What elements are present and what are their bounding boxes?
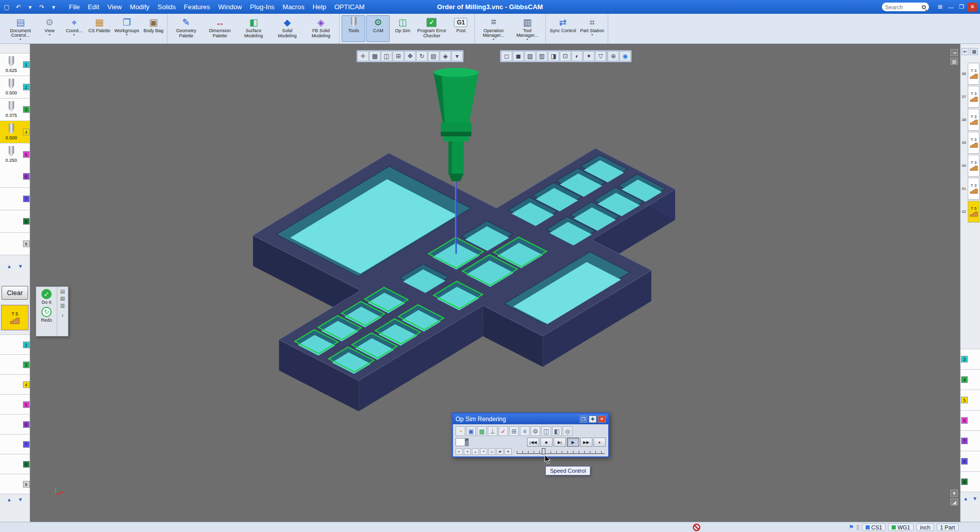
menu-opticam[interactable]: OPTICAM [330, 1, 369, 13]
op-slot-6[interactable]: 6 [961, 410, 980, 431]
redo-icon[interactable]: ↷ [37, 2, 47, 12]
tool-slot-9[interactable]: 9 [0, 233, 30, 255]
wireframe-icon[interactable]: ◻ [501, 51, 512, 61]
ribbon-geometry-palette[interactable]: ✎Geometry Palette [170, 15, 202, 42]
sim-report-icon[interactable]: ≡ [520, 426, 530, 436]
rotate-view-icon[interactable]: ↻ [416, 51, 427, 61]
ribbon-tools[interactable]: Tools [342, 15, 365, 42]
tool-slot-5[interactable]: 0.2505 [0, 143, 30, 166]
menu-file[interactable]: File [65, 1, 84, 13]
ops-grid-icon[interactable]: ▦ [970, 48, 978, 55]
tool-slot-3[interactable]: 0.3753 [0, 99, 30, 121]
shaded-view-icon[interactable]: ◈ [440, 51, 451, 61]
ribbon-body-bag[interactable]: ▣Body Bag [141, 15, 165, 42]
tool-slot-1[interactable]: 0.6251 [0, 54, 30, 76]
menu-modify[interactable]: Modify [126, 1, 153, 13]
close-button[interactable]: ✕ [968, 3, 977, 12]
menu-view[interactable]: View [103, 1, 126, 13]
ops-scroll-down-button[interactable]: ▼ [972, 496, 977, 501]
view-list-icon[interactable]: ▤ [428, 51, 439, 61]
menu-plugins[interactable]: Plug-Ins [246, 1, 279, 13]
redo-menu-icon[interactable]: ▾ [49, 2, 59, 12]
operation-tile[interactable]: T 3 [968, 155, 979, 177]
search-box[interactable] [882, 3, 929, 11]
resize-corner-icon[interactable]: ◢ [950, 498, 958, 505]
tool-slot-7[interactable]: 7 [0, 188, 30, 210]
op-slot-2[interactable]: 2 [0, 335, 30, 355]
sim-compare-icon[interactable]: ◎ [563, 426, 572, 436]
ribbon-coord[interactable]: ⌖Coord...▾ [62, 15, 86, 42]
operation-tile[interactable]: T 3 [968, 109, 979, 131]
app-icon[interactable]: ▢ [2, 2, 12, 12]
ribbon-post[interactable]: G1Post [449, 15, 472, 42]
undo-icon[interactable]: ↶ [13, 2, 23, 12]
restore-window-icon[interactable]: ❐ [580, 416, 587, 423]
ops-collapse-icon[interactable]: ⇤ [962, 48, 969, 55]
solid-render-icon[interactable]: ◼ [513, 51, 524, 61]
ribbon-workgroups[interactable]: ❐Workgroups▾ [113, 15, 140, 42]
translucent-icon[interactable]: ▥ [536, 51, 547, 61]
op-slot-9[interactable]: 9 [0, 474, 30, 494]
op-slot-9[interactable]: 9 [961, 472, 980, 492]
wg-indicator[interactable]: WG1 [888, 523, 914, 531]
half-shade-icon[interactable]: ◨ [548, 51, 559, 61]
copy-op-icon[interactable]: ▤ [60, 288, 65, 294]
sim-fixture-icon[interactable]: ⊞ [509, 426, 519, 436]
front-view-icon[interactable]: ⊞ [393, 51, 404, 61]
speed-slider[interactable] [517, 448, 606, 455]
layout-button[interactable]: ⊞ [936, 3, 945, 12]
operation-38[interactable]: 38T 3 [961, 108, 980, 131]
ribbon-sync-control[interactable]: ⇄Sync Control [548, 15, 578, 42]
dock-right-icon[interactable]: ⇥ [950, 49, 958, 56]
operation-42[interactable]: 42T 5 [961, 200, 980, 223]
op-slot-5[interactable]: 5 [961, 390, 980, 410]
iso-view-icon[interactable]: ◫ [381, 51, 392, 61]
operation-tile[interactable]: T 3 [968, 86, 979, 108]
menu-edit[interactable]: Edit [84, 1, 103, 13]
render-toolpath-icon[interactable]: ◐ [456, 448, 463, 455]
operation-tile[interactable]: T 3 [968, 178, 979, 200]
part-count-indicator[interactable]: 1 Part [937, 523, 959, 531]
undo-menu-icon[interactable]: ▾ [25, 2, 35, 12]
ribbon-view[interactable]: ⚙View▾ [38, 15, 61, 42]
record-button[interactable]: ● [593, 438, 606, 447]
contrast-icon[interactable]: ◐ [571, 51, 583, 61]
operation-tile-selected[interactable]: T 5 [1, 305, 29, 330]
trash-icon[interactable]: ▯ [856, 524, 859, 530]
more-views-icon[interactable]: ▾ [451, 51, 463, 61]
stop-button[interactable]: ■ [540, 438, 553, 447]
clear-button[interactable]: Clear [2, 286, 28, 300]
pin-icon[interactable]: ✚ [589, 416, 596, 423]
op-slot-8[interactable]: 8 [961, 451, 980, 472]
op-scroll-up-button[interactable]: ▲ [7, 497, 12, 502]
tool-slot-8[interactable]: 8 [0, 210, 30, 233]
ribbon-part-station[interactable]: ⌗Part Station▾ [579, 15, 606, 42]
sim-section-icon[interactable]: ◧ [552, 426, 562, 436]
op-slot-5[interactable]: 5 [0, 395, 30, 415]
pin-icon[interactable]: ⚑ [849, 524, 854, 530]
viewport[interactable]: ✛▦◫⊞✥↻▤◈▾ ◻◼▧▥◨⊡◐✦▽▾ ⊕◉ ⇥▦ ▼◢ Op Sim Ren… [30, 44, 960, 522]
tool-scroll-up-button[interactable]: ▲ [7, 263, 12, 269]
render-flat-icon[interactable]: ▱ [488, 448, 495, 455]
op-slot-4[interactable]: 4 [0, 375, 30, 395]
operation-41[interactable]: 41T 3 [961, 177, 980, 200]
menu-features[interactable]: Features [180, 1, 214, 13]
units-indicator[interactable]: inch [916, 523, 934, 531]
close-icon[interactable]: ✕ [598, 416, 606, 423]
op-slot-6[interactable]: 6 [0, 415, 30, 434]
fast-forward-button[interactable]: ▶▶ [580, 438, 592, 447]
zoom-sphere-icon[interactable]: ◉ [619, 51, 631, 61]
op-slot-7[interactable]: 7 [961, 431, 980, 451]
search-input[interactable] [885, 4, 922, 10]
sim-speed-icon[interactable]: ◔ [456, 426, 465, 436]
maximize-button[interactable]: ❐ [957, 3, 966, 12]
speed-slider-thumb[interactable] [542, 448, 545, 454]
render-shade-icon[interactable]: ▰ [496, 448, 504, 455]
ribbon-op-sim[interactable]: ◫Op Sim [391, 15, 414, 42]
menu-macros[interactable]: Macros [278, 1, 308, 13]
zoom-in-icon[interactable]: ⊕ [608, 51, 619, 61]
tool-slot-2[interactable]: 0.5002 [0, 76, 30, 99]
op-slot-8[interactable]: 8 [0, 454, 30, 474]
ribbon-solid-modeling[interactable]: ◆Solid Modeling [271, 15, 303, 42]
pan-icon[interactable]: ✥ [404, 51, 416, 61]
